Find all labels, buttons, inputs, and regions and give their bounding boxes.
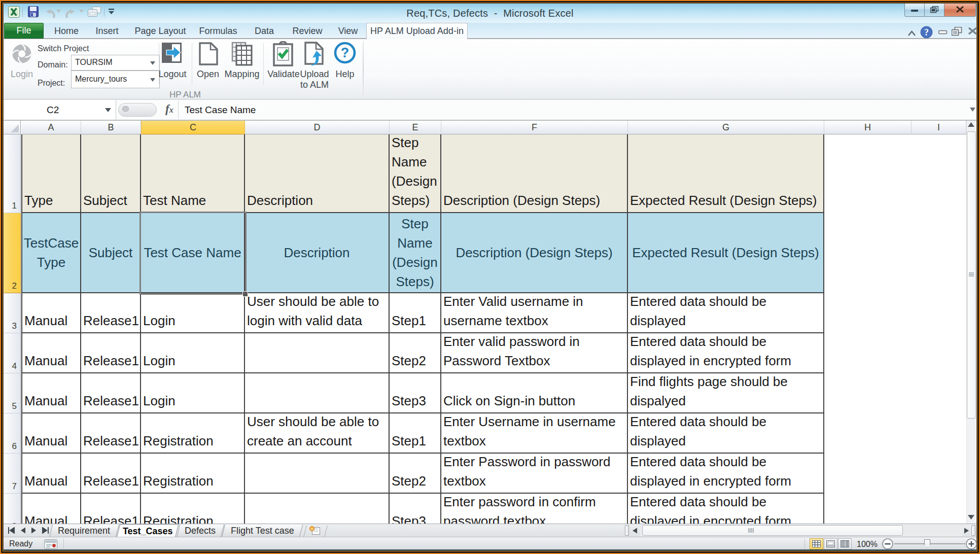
- svg-text:?: ?: [924, 27, 929, 38]
- svg-text:?: ?: [341, 45, 349, 60]
